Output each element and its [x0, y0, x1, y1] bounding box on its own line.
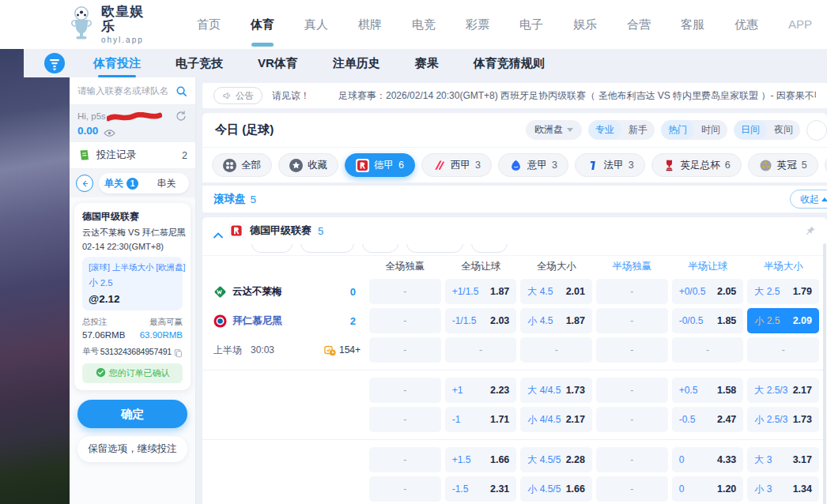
odds-cell[interactable]: -: [747, 337, 819, 363]
toggle-option-active[interactable]: 日间: [734, 120, 767, 140]
odds-cell[interactable]: 小 2.52.09: [747, 308, 819, 333]
odds-cell[interactable]: -: [369, 337, 441, 363]
league-tab[interactable]: 西甲3: [421, 153, 492, 177]
clipped-market-tab[interactable]: [471, 244, 508, 253]
toggle-option-active[interactable]: 热门: [661, 120, 694, 140]
odds-cell[interactable]: +12.23: [445, 378, 517, 403]
chevron-up-icon[interactable]: [213, 228, 223, 234]
subnav-tab[interactable]: 体育竞猜规则: [474, 56, 545, 71]
odds-cell[interactable]: -1.52.31: [445, 476, 517, 502]
top-nav-item[interactable]: 电子: [504, 0, 558, 49]
odds-cell[interactable]: -: [369, 407, 441, 432]
subnav-tab[interactable]: 体育投注: [93, 56, 141, 71]
odds-cell[interactable]: +0/0.52.05: [672, 279, 744, 304]
subnav-tab[interactable]: VR体育: [258, 56, 298, 71]
clipped-market-tab[interactable]: [362, 244, 398, 253]
pin-icon[interactable]: [805, 225, 816, 236]
tab-parlay-bet[interactable]: 串关: [144, 173, 189, 194]
odds-cell[interactable]: -: [369, 476, 441, 502]
odds-cell[interactable]: 小 4.51.87: [520, 308, 592, 333]
subnav-tab[interactable]: 电子竞技: [176, 56, 223, 71]
league-tab[interactable]: 全部: [212, 153, 272, 177]
odds-cell[interactable]: -: [369, 279, 441, 304]
top-nav-item[interactable]: 客服: [666, 0, 719, 49]
odds-cell[interactable]: -: [369, 378, 441, 403]
odds-cell[interactable]: 小 4/4.52.17: [520, 407, 592, 432]
top-nav-item[interactable]: 优惠: [719, 0, 773, 49]
subnav-tab[interactable]: 赛果: [415, 56, 439, 71]
odds-cell[interactable]: -: [596, 337, 668, 363]
league-tab[interactable]: 意甲3: [498, 153, 568, 177]
search-icon[interactable]: [176, 85, 187, 97]
clipped-market-tab[interactable]: [406, 244, 463, 253]
confirm-button[interactable]: 确定: [77, 400, 187, 428]
back-icon[interactable]: [76, 175, 93, 192]
odds-cell[interactable]: -0.52.47: [672, 407, 744, 432]
filter-funnel-icon[interactable]: [44, 53, 65, 73]
odds-cell[interactable]: -: [369, 447, 441, 472]
odds-cell[interactable]: -: [596, 407, 668, 432]
top-nav-item[interactable]: 彩票: [451, 0, 504, 49]
odds-cell[interactable]: 大 33.17: [747, 447, 819, 472]
tab-single-bet[interactable]: 单关 1: [99, 173, 144, 194]
league-tab[interactable]: 英冠5: [748, 153, 818, 177]
odds-cell[interactable]: 小 31.34: [747, 476, 819, 502]
odds-cell[interactable]: -: [672, 337, 744, 363]
odds-cell[interactable]: -1/1.52.03: [445, 308, 517, 333]
top-nav-item[interactable]: 棋牌: [343, 0, 397, 49]
odds-cell[interactable]: 01.20: [672, 476, 744, 502]
market-type-select[interactable]: 欧洲盘: [526, 120, 582, 140]
more-markets-button[interactable]: 154+: [324, 344, 361, 356]
top-nav-item[interactable]: 首页: [182, 0, 236, 49]
toggle-option[interactable]: 夜间: [767, 120, 800, 140]
odds-cell[interactable]: -: [445, 337, 517, 363]
team-name[interactable]: 拜仁慕尼黑: [232, 314, 282, 328]
odds-cell[interactable]: 04.33: [672, 447, 744, 472]
top-nav-item[interactable]: 娱乐: [558, 0, 612, 49]
odds-cell[interactable]: -: [520, 337, 592, 363]
bet-records-link[interactable]: 投注记录 2: [70, 142, 195, 169]
odds-cell[interactable]: -: [369, 308, 441, 333]
top-nav-item[interactable]: APP: [773, 0, 827, 49]
top-nav-item[interactable]: 真人: [289, 0, 343, 49]
odds-cell[interactable]: -11.71: [445, 407, 517, 432]
top-nav-item[interactable]: 体育: [236, 0, 289, 49]
top-nav-item[interactable]: 电竞: [397, 0, 451, 49]
subnav-tab[interactable]: 注单历史: [333, 56, 380, 71]
odds-cell[interactable]: 大 4.52.01: [520, 279, 592, 304]
collapsed-control[interactable]: [806, 120, 827, 141]
scrollbar[interactable]: [823, 243, 826, 504]
league-tab[interactable]: 收藏: [278, 153, 338, 177]
odds-cell[interactable]: 大 4.5/52.28: [520, 447, 592, 472]
odds-cell[interactable]: 小 4.5/51.66: [520, 476, 592, 502]
odds-cell[interactable]: -: [596, 308, 668, 333]
odds-cell[interactable]: +1.51.66: [445, 447, 517, 472]
odds-cell[interactable]: 大 4/4.51.73: [520, 378, 592, 403]
clipped-market-tab[interactable]: [300, 244, 354, 253]
clipped-market-tab[interactable]: [251, 244, 293, 253]
collapse-button[interactable]: 收起: [790, 190, 827, 209]
league-tab[interactable]: 德甲6: [345, 153, 415, 177]
odds-cell[interactable]: -: [596, 279, 668, 304]
team-name[interactable]: 云达不莱梅: [232, 285, 282, 299]
odds-cell[interactable]: -: [596, 378, 668, 403]
league-tab[interactable]: 英足总杯6: [651, 153, 742, 177]
copy-icon[interactable]: [174, 347, 183, 356]
odds-cell[interactable]: -: [596, 476, 668, 502]
odds-cell[interactable]: 小 2.5/31.73: [747, 407, 819, 432]
odds-cell[interactable]: -: [596, 447, 668, 472]
odds-cell[interactable]: 大 2.5/32.17: [747, 378, 819, 403]
toggle-option[interactable]: 时间: [694, 120, 727, 140]
top-nav-item[interactable]: 合营: [612, 0, 666, 49]
toggle-option-active[interactable]: 专业: [588, 120, 621, 140]
league-tab[interactable]: 法甲3: [575, 153, 645, 177]
odds-cell[interactable]: -0/0.51.85: [672, 308, 744, 333]
odds-cell[interactable]: +1/1.51.87: [445, 279, 517, 304]
announcement-badge[interactable]: 公告: [213, 87, 262, 104]
toggle-option[interactable]: 新手: [621, 120, 655, 140]
brand-logo[interactable]: 欧皇娱乐 ohyl.app: [68, 5, 150, 44]
odds-cell[interactable]: +0.51.58: [672, 378, 744, 403]
keep-selection-button[interactable]: 保留选项，继续投注: [77, 436, 187, 462]
eye-icon[interactable]: [104, 126, 115, 135]
odds-cell[interactable]: 大 2.51.79: [747, 279, 819, 304]
